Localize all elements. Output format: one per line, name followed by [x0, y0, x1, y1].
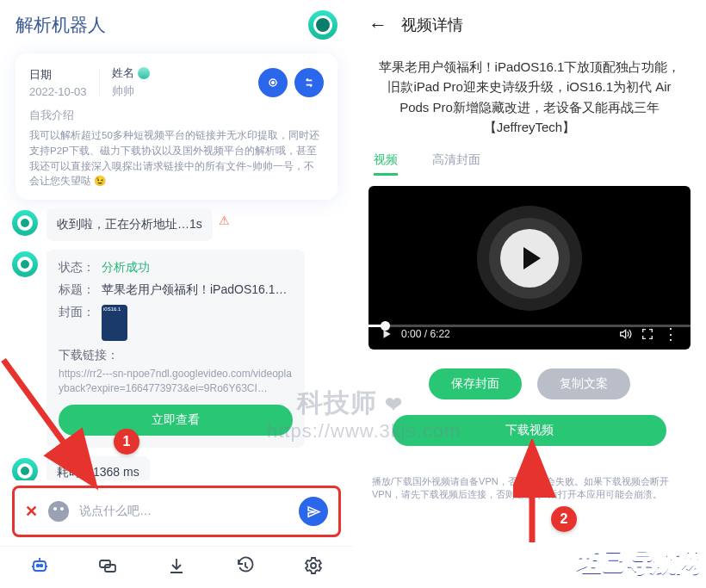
- date-value: 2022-10-03: [29, 85, 87, 98]
- video-title: 苹果老用户领福利！iPadOS16.1下放顶配独占功能，旧款iPad Pro迎来…: [353, 41, 706, 145]
- footer-note: 播放/下载国外视频请自备VPN，否则下载会失败。如果下载视频会断开VPN，请先下…: [353, 451, 706, 502]
- save-cover-button[interactable]: 保存封面: [429, 368, 522, 399]
- cover-thumbnail[interactable]: [102, 305, 127, 341]
- nav-settings-icon[interactable]: [300, 555, 326, 576]
- more-icon[interactable]: ⋮: [663, 330, 678, 338]
- elapsed-value: ：1368 ms: [81, 465, 139, 479]
- elapsed-label: 耗时: [57, 465, 81, 479]
- play-button[interactable]: [489, 218, 570, 299]
- view-now-button[interactable]: 立即查看: [59, 405, 293, 436]
- intro-text: 我可以解析超过50多种短视频平台的链接并无水印提取，同时还支持P2P下载、磁力下…: [29, 128, 324, 189]
- intro-label: 自我介绍: [29, 108, 324, 123]
- bot-avatar-icon[interactable]: [308, 10, 338, 40]
- nav-history-icon[interactable]: [232, 555, 258, 576]
- svg-point-1: [272, 81, 275, 84]
- bot-avatar-icon: [12, 210, 38, 236]
- fullscreen-icon[interactable]: [641, 327, 654, 341]
- detail-page-title: 视频详情: [401, 15, 463, 35]
- download-link-value[interactable]: https://rr2---sn-npoe7ndl.googlevideo.co…: [59, 367, 293, 396]
- send-button[interactable]: [299, 497, 328, 526]
- status-label: 状态：: [59, 260, 95, 275]
- date-label: 日期: [29, 67, 87, 83]
- cover-label: 封面：: [59, 305, 95, 320]
- brand-watermark: 坦己导航网: [576, 544, 701, 579]
- bot-avatar-icon: [12, 251, 38, 277]
- back-arrow-icon[interactable]: ←: [368, 14, 387, 36]
- name-label: 姓名: [112, 65, 150, 81]
- copy-text-button[interactable]: 复制文案: [537, 368, 630, 399]
- tab-hd-cover[interactable]: 高清封面: [432, 152, 480, 176]
- close-icon[interactable]: ✕: [25, 502, 38, 521]
- tab-video[interactable]: 视频: [374, 152, 398, 176]
- chat-title: 解析机器人: [15, 13, 106, 37]
- svg-point-7: [311, 563, 316, 568]
- video-player[interactable]: 0:00 / 6:22 ⋮: [368, 186, 691, 350]
- msg-text: 收到啦，正在分析地址…1s: [57, 217, 202, 231]
- result-bubble: 状态： 分析成功 标题： 苹果老用户领福利！iPadOS16.1下放顶配独… 封…: [46, 250, 305, 448]
- svg-point-3: [36, 565, 39, 567]
- bottom-nav: [0, 546, 353, 588]
- chat-bubble: 耗时：1368 ms: [46, 456, 150, 480]
- emoji-icon[interactable]: [48, 501, 69, 522]
- play-icon[interactable]: [381, 328, 393, 340]
- profile-card: 日期 2022-10-03 姓名 帅帅 自我介绍 我可以解析超过50多种短视频平…: [15, 53, 338, 200]
- download-video-button[interactable]: 下载视频: [393, 415, 666, 446]
- volume-icon[interactable]: [618, 327, 632, 341]
- current-time: 0:00 / 6:22: [401, 328, 450, 340]
- nav-compose-icon[interactable]: [95, 555, 121, 576]
- bot-avatar-icon: [12, 458, 38, 480]
- nav-download-icon[interactable]: [164, 555, 189, 576]
- title-value: 苹果老用户领福利！iPadOS16.1下放顶配独…: [102, 282, 291, 298]
- message-input-bar[interactable]: ✕ 说点什么吧…: [12, 486, 341, 537]
- chat-header: 解析机器人: [0, 0, 353, 46]
- name-value: 帅帅: [112, 84, 150, 99]
- message-input[interactable]: 说点什么吧…: [79, 504, 288, 519]
- warning-icon[interactable]: ⚠: [219, 214, 230, 227]
- status-value: 分析成功: [102, 260, 150, 275]
- swap-button[interactable]: [294, 68, 324, 97]
- bot-emoji-icon: [138, 67, 150, 79]
- scan-button[interactable]: [258, 68, 288, 97]
- title-label: 标题：: [59, 282, 95, 298]
- svg-point-4: [40, 565, 42, 567]
- chat-bubble: 收到啦，正在分析地址…1s ⚠: [46, 208, 213, 241]
- download-link-label: 下载链接：: [59, 348, 293, 363]
- nav-robot-icon[interactable]: [27, 555, 53, 576]
